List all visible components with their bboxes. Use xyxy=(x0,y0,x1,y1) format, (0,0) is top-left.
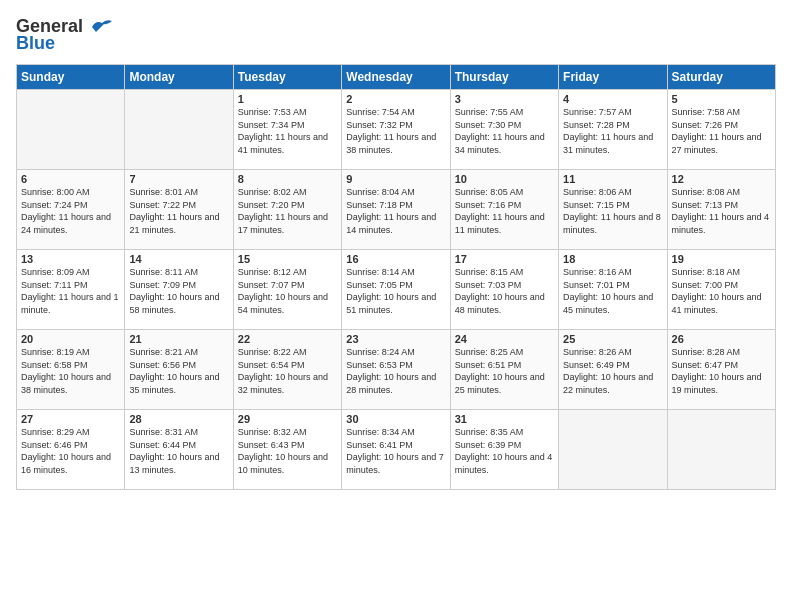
calendar-cell: 30Sunrise: 8:34 AMSunset: 6:41 PMDayligh… xyxy=(342,410,450,490)
day-number: 5 xyxy=(672,93,771,105)
week-row-1: 1Sunrise: 7:53 AMSunset: 7:34 PMDaylight… xyxy=(17,90,776,170)
calendar-cell: 24Sunrise: 8:25 AMSunset: 6:51 PMDayligh… xyxy=(450,330,558,410)
calendar-cell xyxy=(667,410,775,490)
day-info: Sunrise: 8:14 AMSunset: 7:05 PMDaylight:… xyxy=(346,266,445,316)
day-number: 21 xyxy=(129,333,228,345)
calendar-cell: 2Sunrise: 7:54 AMSunset: 7:32 PMDaylight… xyxy=(342,90,450,170)
calendar-cell: 18Sunrise: 8:16 AMSunset: 7:01 PMDayligh… xyxy=(559,250,667,330)
calendar-cell: 22Sunrise: 8:22 AMSunset: 6:54 PMDayligh… xyxy=(233,330,341,410)
calendar-cell: 27Sunrise: 8:29 AMSunset: 6:46 PMDayligh… xyxy=(17,410,125,490)
day-number: 14 xyxy=(129,253,228,265)
calendar-cell: 9Sunrise: 8:04 AMSunset: 7:18 PMDaylight… xyxy=(342,170,450,250)
day-number: 30 xyxy=(346,413,445,425)
day-header-saturday: Saturday xyxy=(667,65,775,90)
day-info: Sunrise: 8:35 AMSunset: 6:39 PMDaylight:… xyxy=(455,426,554,476)
calendar-cell: 25Sunrise: 8:26 AMSunset: 6:49 PMDayligh… xyxy=(559,330,667,410)
day-info: Sunrise: 8:22 AMSunset: 6:54 PMDaylight:… xyxy=(238,346,337,396)
calendar-cell xyxy=(17,90,125,170)
calendar-body: 1Sunrise: 7:53 AMSunset: 7:34 PMDaylight… xyxy=(17,90,776,490)
calendar-table: SundayMondayTuesdayWednesdayThursdayFrid… xyxy=(16,64,776,490)
calendar-cell: 11Sunrise: 8:06 AMSunset: 7:15 PMDayligh… xyxy=(559,170,667,250)
day-info: Sunrise: 8:26 AMSunset: 6:49 PMDaylight:… xyxy=(563,346,662,396)
day-number: 6 xyxy=(21,173,120,185)
day-number: 16 xyxy=(346,253,445,265)
calendar-cell: 16Sunrise: 8:14 AMSunset: 7:05 PMDayligh… xyxy=(342,250,450,330)
day-info: Sunrise: 8:31 AMSunset: 6:44 PMDaylight:… xyxy=(129,426,228,476)
calendar-cell: 26Sunrise: 8:28 AMSunset: 6:47 PMDayligh… xyxy=(667,330,775,410)
calendar-cell: 10Sunrise: 8:05 AMSunset: 7:16 PMDayligh… xyxy=(450,170,558,250)
day-header-wednesday: Wednesday xyxy=(342,65,450,90)
day-number: 11 xyxy=(563,173,662,185)
calendar-cell: 1Sunrise: 7:53 AMSunset: 7:34 PMDaylight… xyxy=(233,90,341,170)
day-number: 7 xyxy=(129,173,228,185)
day-info: Sunrise: 8:16 AMSunset: 7:01 PMDaylight:… xyxy=(563,266,662,316)
day-info: Sunrise: 8:12 AMSunset: 7:07 PMDaylight:… xyxy=(238,266,337,316)
day-number: 13 xyxy=(21,253,120,265)
day-number: 18 xyxy=(563,253,662,265)
day-number: 28 xyxy=(129,413,228,425)
day-info: Sunrise: 8:08 AMSunset: 7:13 PMDaylight:… xyxy=(672,186,771,236)
day-info: Sunrise: 7:55 AMSunset: 7:30 PMDaylight:… xyxy=(455,106,554,156)
week-row-2: 6Sunrise: 8:00 AMSunset: 7:24 PMDaylight… xyxy=(17,170,776,250)
calendar-cell: 4Sunrise: 7:57 AMSunset: 7:28 PMDaylight… xyxy=(559,90,667,170)
day-info: Sunrise: 8:04 AMSunset: 7:18 PMDaylight:… xyxy=(346,186,445,236)
day-number: 25 xyxy=(563,333,662,345)
day-info: Sunrise: 7:57 AMSunset: 7:28 PMDaylight:… xyxy=(563,106,662,156)
calendar-cell: 14Sunrise: 8:11 AMSunset: 7:09 PMDayligh… xyxy=(125,250,233,330)
day-number: 17 xyxy=(455,253,554,265)
day-info: Sunrise: 7:53 AMSunset: 7:34 PMDaylight:… xyxy=(238,106,337,156)
day-header-tuesday: Tuesday xyxy=(233,65,341,90)
day-header-sunday: Sunday xyxy=(17,65,125,90)
week-row-5: 27Sunrise: 8:29 AMSunset: 6:46 PMDayligh… xyxy=(17,410,776,490)
calendar-header-row: SundayMondayTuesdayWednesdayThursdayFrid… xyxy=(17,65,776,90)
day-info: Sunrise: 8:05 AMSunset: 7:16 PMDaylight:… xyxy=(455,186,554,236)
calendar-cell: 13Sunrise: 8:09 AMSunset: 7:11 PMDayligh… xyxy=(17,250,125,330)
day-info: Sunrise: 8:01 AMSunset: 7:22 PMDaylight:… xyxy=(129,186,228,236)
logo-blue: Blue xyxy=(16,33,55,54)
day-info: Sunrise: 8:00 AMSunset: 7:24 PMDaylight:… xyxy=(21,186,120,236)
day-info: Sunrise: 8:24 AMSunset: 6:53 PMDaylight:… xyxy=(346,346,445,396)
day-number: 1 xyxy=(238,93,337,105)
logo: General Blue xyxy=(16,16,112,54)
day-header-friday: Friday xyxy=(559,65,667,90)
day-info: Sunrise: 8:32 AMSunset: 6:43 PMDaylight:… xyxy=(238,426,337,476)
day-info: Sunrise: 8:29 AMSunset: 6:46 PMDaylight:… xyxy=(21,426,120,476)
calendar-cell xyxy=(125,90,233,170)
day-info: Sunrise: 7:58 AMSunset: 7:26 PMDaylight:… xyxy=(672,106,771,156)
day-number: 10 xyxy=(455,173,554,185)
day-number: 4 xyxy=(563,93,662,105)
day-info: Sunrise: 8:21 AMSunset: 6:56 PMDaylight:… xyxy=(129,346,228,396)
calendar-cell: 6Sunrise: 8:00 AMSunset: 7:24 PMDaylight… xyxy=(17,170,125,250)
day-number: 29 xyxy=(238,413,337,425)
day-info: Sunrise: 8:28 AMSunset: 6:47 PMDaylight:… xyxy=(672,346,771,396)
day-info: Sunrise: 8:11 AMSunset: 7:09 PMDaylight:… xyxy=(129,266,228,316)
day-info: Sunrise: 8:02 AMSunset: 7:20 PMDaylight:… xyxy=(238,186,337,236)
calendar-cell: 12Sunrise: 8:08 AMSunset: 7:13 PMDayligh… xyxy=(667,170,775,250)
day-number: 22 xyxy=(238,333,337,345)
calendar-cell: 31Sunrise: 8:35 AMSunset: 6:39 PMDayligh… xyxy=(450,410,558,490)
calendar-cell: 3Sunrise: 7:55 AMSunset: 7:30 PMDaylight… xyxy=(450,90,558,170)
day-number: 12 xyxy=(672,173,771,185)
day-info: Sunrise: 8:34 AMSunset: 6:41 PMDaylight:… xyxy=(346,426,445,476)
page-header: General Blue xyxy=(16,16,776,54)
week-row-4: 20Sunrise: 8:19 AMSunset: 6:58 PMDayligh… xyxy=(17,330,776,410)
calendar-cell: 17Sunrise: 8:15 AMSunset: 7:03 PMDayligh… xyxy=(450,250,558,330)
day-number: 8 xyxy=(238,173,337,185)
day-number: 2 xyxy=(346,93,445,105)
day-number: 9 xyxy=(346,173,445,185)
day-header-monday: Monday xyxy=(125,65,233,90)
day-number: 27 xyxy=(21,413,120,425)
day-number: 3 xyxy=(455,93,554,105)
day-info: Sunrise: 8:06 AMSunset: 7:15 PMDaylight:… xyxy=(563,186,662,236)
calendar-cell: 5Sunrise: 7:58 AMSunset: 7:26 PMDaylight… xyxy=(667,90,775,170)
day-info: Sunrise: 8:19 AMSunset: 6:58 PMDaylight:… xyxy=(21,346,120,396)
day-number: 31 xyxy=(455,413,554,425)
bird-icon xyxy=(90,18,112,36)
day-number: 23 xyxy=(346,333,445,345)
calendar-cell: 29Sunrise: 8:32 AMSunset: 6:43 PMDayligh… xyxy=(233,410,341,490)
calendar-cell xyxy=(559,410,667,490)
calendar-cell: 20Sunrise: 8:19 AMSunset: 6:58 PMDayligh… xyxy=(17,330,125,410)
day-number: 24 xyxy=(455,333,554,345)
day-number: 19 xyxy=(672,253,771,265)
calendar-cell: 8Sunrise: 8:02 AMSunset: 7:20 PMDaylight… xyxy=(233,170,341,250)
